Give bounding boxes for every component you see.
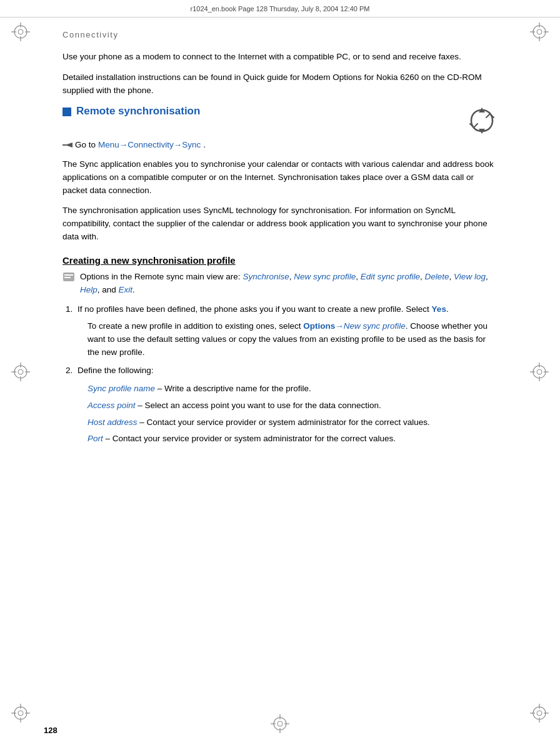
svg-rect-39 bbox=[62, 144, 66, 146]
define-text-0: Write a descriptive name for the profile… bbox=[164, 384, 311, 393]
svg-point-31 bbox=[537, 369, 542, 374]
options-before: Options in the Remote sync main view are… bbox=[80, 272, 242, 281]
blue-heading: Remote synchronisation bbox=[62, 105, 200, 118]
define-item-3: Port – Contact your service provider or … bbox=[88, 432, 498, 446]
numbered-list: If no profiles have been defined, the ph… bbox=[75, 303, 498, 446]
subheading: Creating a new synchronisation profile bbox=[62, 255, 498, 266]
svg-point-7 bbox=[537, 29, 542, 34]
options-delete: Delete bbox=[425, 272, 449, 281]
define-item-1: Access point – Select an access point yo… bbox=[88, 399, 498, 412]
corner-ml bbox=[11, 362, 30, 381]
define-sep-1: – bbox=[136, 401, 145, 410]
options-edit-sync: Edit sync profile bbox=[361, 272, 420, 281]
define-sep-0: – bbox=[155, 384, 164, 393]
para-1: Use your phone as a modem to connect to … bbox=[62, 51, 498, 64]
define-sep-3: – bbox=[103, 434, 112, 443]
blue-heading-row: Remote synchronisation bbox=[62, 105, 498, 136]
list-item-2-main: Define the following: bbox=[78, 366, 154, 375]
corner-mr bbox=[530, 362, 549, 381]
list-item-1-main: If no profiles have been defined, the ph… bbox=[78, 304, 432, 314]
define-text-1: Select an access point you want to use f… bbox=[145, 401, 381, 410]
goto-suffix: . bbox=[203, 139, 206, 152]
define-sep-2: – bbox=[138, 418, 147, 427]
options-line: Options in the Remote sync main view are… bbox=[62, 271, 498, 297]
list-item-1-yes: Yes bbox=[432, 304, 446, 314]
goto-arrow-icon bbox=[62, 140, 72, 150]
define-item-2: Host address – Contact your service prov… bbox=[88, 416, 498, 429]
options-exit: Exit bbox=[119, 285, 133, 294]
blue-square-icon bbox=[62, 108, 71, 116]
list-item-2: Define the following: Sync profile name … bbox=[75, 364, 498, 446]
para-2: Detailed installation instructions can b… bbox=[62, 71, 498, 98]
list-item-2-content: Define the following: bbox=[78, 366, 154, 375]
define-item-0: Sync profile name – Write a descriptive … bbox=[88, 382, 498, 396]
list-item-1-end: . bbox=[446, 304, 449, 314]
header-bar: r1024_en.book Page 128 Thursday, July 8,… bbox=[0, 0, 560, 18]
list-item-1-sub: To create a new profile in addition to e… bbox=[88, 320, 498, 359]
corner-tr bbox=[530, 22, 549, 41]
define-label-3: Port bbox=[88, 434, 103, 443]
options-icon bbox=[62, 272, 75, 282]
list-item-1: If no profiles have been defined, the ph… bbox=[75, 303, 498, 359]
define-text-2: Contact your service provider or system … bbox=[147, 418, 430, 427]
main-content: Connectivity Use your phone as a modem t… bbox=[44, 18, 516, 714]
options-help: Help bbox=[80, 285, 98, 294]
options-new-sync: New sync profile bbox=[294, 272, 356, 281]
options-synchronise: Synchronise bbox=[242, 272, 289, 281]
svg-point-13 bbox=[18, 711, 23, 716]
section-title: Connectivity bbox=[62, 30, 498, 39]
svg-point-25 bbox=[18, 369, 23, 374]
svg-rect-42 bbox=[64, 277, 71, 278]
sub-newprofile: New sync profile bbox=[344, 321, 406, 331]
corner-tl bbox=[11, 22, 30, 41]
sub-before: To create a new profile in addition to e… bbox=[88, 321, 303, 331]
corner-bl bbox=[11, 704, 30, 722]
para-4: The synchronisation application uses Syn… bbox=[62, 204, 498, 244]
define-label-2: Host address bbox=[88, 418, 138, 427]
define-text-3: Contact your service provider or system … bbox=[112, 434, 396, 443]
bottom-center-crosshair bbox=[271, 714, 289, 735]
goto-line: Go to Menu→Connectivity→Sync . bbox=[62, 139, 498, 152]
sync-icon bbox=[466, 105, 498, 136]
svg-point-44 bbox=[278, 721, 282, 726]
page-number: 128 bbox=[44, 726, 58, 735]
svg-rect-41 bbox=[64, 274, 73, 276]
define-label-1: Access point bbox=[88, 401, 136, 410]
svg-point-19 bbox=[537, 711, 542, 716]
svg-point-1 bbox=[18, 29, 23, 34]
options-view-log: View log bbox=[454, 272, 486, 281]
list-item-1-content: If no profiles have been defined, the ph… bbox=[78, 304, 449, 314]
corner-br bbox=[530, 704, 549, 722]
goto-prefix: Go to bbox=[75, 139, 96, 152]
header-text: r1024_en.book Page 128 Thursday, July 8,… bbox=[190, 5, 369, 12]
goto-path[interactable]: Menu→Connectivity→Sync bbox=[98, 139, 201, 152]
para-3: The Sync application enables you to sync… bbox=[62, 158, 498, 198]
define-section: Sync profile name – Write a descriptive … bbox=[88, 382, 498, 446]
define-label-0: Sync profile name bbox=[88, 384, 155, 393]
options-text: Options in the Remote sync main view are… bbox=[80, 271, 498, 297]
sub-options: Options→ bbox=[303, 321, 344, 331]
blue-heading-title: Remote synchronisation bbox=[76, 105, 200, 118]
